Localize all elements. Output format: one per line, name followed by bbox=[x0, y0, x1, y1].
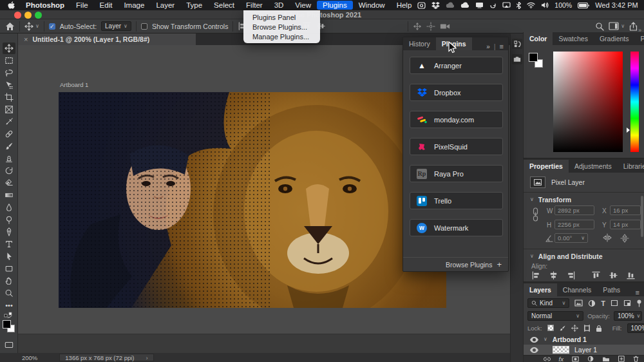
align-top-edges-button[interactable] bbox=[591, 271, 601, 280]
eraser-tool[interactable] bbox=[3, 177, 15, 189]
menu-layer[interactable]: Layer bbox=[150, 1, 180, 10]
angle-input[interactable]: 0.00°∨ bbox=[554, 233, 588, 243]
expand-chevron-icon[interactable]: ∨ bbox=[544, 337, 547, 342]
menu-edit[interactable]: Edit bbox=[94, 1, 118, 10]
tab-channels[interactable]: Channels bbox=[557, 283, 597, 296]
new-adjustment-layer-button[interactable] bbox=[587, 356, 594, 362]
blur-tool[interactable] bbox=[3, 202, 15, 213]
align-vertical-centers-button[interactable] bbox=[609, 271, 618, 280]
tab-libraries[interactable]: Libraries bbox=[618, 160, 644, 173]
document-tab[interactable]: × Untitled-1 @ 200% (Layer 1, RGB/8#) bbox=[18, 33, 196, 45]
new-group-button[interactable] bbox=[602, 356, 610, 362]
gradient-tool[interactable] bbox=[3, 189, 15, 201]
menu-view[interactable]: View bbox=[289, 1, 317, 10]
artboard-name[interactable]: Artboard 1 bbox=[553, 336, 587, 343]
menu-3d[interactable]: 3D bbox=[269, 1, 290, 10]
edit-toolbar-ellipsis[interactable]: ••• bbox=[3, 300, 15, 311]
eyedropper-tool[interactable] bbox=[3, 116, 15, 128]
lock-transparency-icon[interactable] bbox=[547, 325, 554, 332]
filter-pixel-layers-icon[interactable] bbox=[574, 300, 583, 307]
document-info[interactable]: 1366 px x 768 px (72 ppi) › bbox=[59, 354, 153, 361]
move-tool[interactable] bbox=[3, 43, 15, 54]
menu-file[interactable]: File bbox=[70, 1, 94, 10]
brush-tool[interactable] bbox=[3, 140, 15, 152]
zoom-window-button[interactable] bbox=[35, 12, 42, 19]
plugin-item-rayapro[interactable]: Rp Raya Pro bbox=[410, 165, 503, 182]
apple-menu-icon[interactable] bbox=[0, 1, 20, 10]
x-input[interactable]: 16 px bbox=[610, 205, 641, 215]
lock-position-icon[interactable] bbox=[571, 325, 578, 332]
clone-stamp-tool[interactable] bbox=[3, 153, 15, 164]
menu-image[interactable]: Image bbox=[118, 1, 150, 10]
close-window-button[interactable] bbox=[14, 12, 21, 19]
3d-pan-icon[interactable] bbox=[426, 22, 435, 31]
menu-plugins[interactable]: Plugins bbox=[317, 1, 353, 10]
panel-scrollbar[interactable] bbox=[641, 196, 643, 237]
menu-window[interactable]: Window bbox=[353, 1, 391, 10]
dropbox-status-icon[interactable] bbox=[431, 2, 440, 9]
status-app-icon[interactable] bbox=[417, 2, 426, 9]
blend-mode-dropdown[interactable]: Normal∨ bbox=[527, 311, 583, 321]
sync-icon[interactable] bbox=[489, 2, 497, 9]
auto-select-dropdown[interactable]: Layer ∨ bbox=[101, 21, 131, 31]
link-layers-button[interactable] bbox=[544, 357, 551, 361]
wifi-icon[interactable] bbox=[527, 2, 535, 8]
panel-collapse-chevrons[interactable]: » bbox=[486, 43, 490, 50]
spot-healing-brush-tool[interactable] bbox=[3, 128, 15, 140]
lock-all-icon[interactable] bbox=[596, 325, 602, 332]
panel-menu-icon[interactable]: ≡ bbox=[631, 289, 644, 296]
filter-smart-objects-icon[interactable] bbox=[623, 300, 631, 307]
foreground-background-colors[interactable] bbox=[3, 320, 17, 334]
rectangle-tool[interactable] bbox=[3, 263, 15, 274]
align-section-title[interactable]: Align and Distribute bbox=[538, 252, 603, 260]
screen-mirroring-icon[interactable] bbox=[502, 2, 511, 8]
filter-type-layers-icon[interactable]: T bbox=[601, 300, 605, 307]
layer-row-layer1[interactable]: Layer 1 bbox=[524, 345, 644, 355]
display-icon[interactable] bbox=[475, 2, 484, 8]
tab-patterns[interactable]: Patterns bbox=[634, 32, 644, 45]
frame-tool[interactable] bbox=[3, 104, 15, 115]
hand-tool[interactable] bbox=[3, 275, 15, 287]
align-horizontal-centers-button[interactable] bbox=[549, 271, 558, 280]
type-tool[interactable] bbox=[3, 238, 15, 250]
visibility-eye-icon[interactable] bbox=[530, 337, 538, 343]
align-left-edges-button[interactable] bbox=[531, 271, 541, 280]
artboard-label[interactable]: Artboard 1 bbox=[60, 81, 88, 88]
y-input[interactable]: 14 px bbox=[610, 220, 641, 229]
quick-mask-button[interactable] bbox=[3, 339, 15, 350]
tab-gradients[interactable]: Gradients bbox=[594, 32, 635, 45]
tab-history[interactable]: History bbox=[403, 37, 436, 50]
menu-filter[interactable]: Filter bbox=[240, 1, 269, 10]
dodge-tool[interactable] bbox=[3, 214, 15, 225]
plugin-item-monday[interactable]: monday.com bbox=[410, 111, 503, 128]
width-input[interactable]: 2892 px bbox=[554, 205, 594, 215]
close-tab-icon[interactable]: × bbox=[24, 35, 28, 43]
menu-bar-clock[interactable]: Wed 3:42 PM bbox=[595, 1, 638, 9]
object-selection-tool[interactable] bbox=[3, 79, 15, 91]
add-layer-mask-button[interactable] bbox=[572, 356, 579, 362]
history-brush-tool[interactable] bbox=[3, 165, 15, 176]
align-bottom-edges-button[interactable] bbox=[626, 271, 636, 280]
menu-item-manage-plugins[interactable]: Manage Plugins... bbox=[243, 32, 320, 41]
volume-icon[interactable] bbox=[541, 2, 549, 8]
fill-dropdown[interactable]: 100%∨ bbox=[627, 323, 644, 333]
layer-thumbnail[interactable] bbox=[553, 346, 569, 354]
layer-style-fx-button[interactable]: fx bbox=[559, 356, 564, 362]
swap-colors-icon[interactable] bbox=[4, 312, 13, 318]
home-button[interactable] bbox=[5, 22, 15, 31]
saturation-brightness-field[interactable] bbox=[553, 52, 623, 152]
delete-layer-button[interactable] bbox=[633, 356, 639, 362]
window-title-bar[interactable]: Adobe Photoshop 2021 bbox=[0, 10, 644, 19]
flip-vertical-button[interactable] bbox=[620, 233, 629, 243]
show-transform-checkbox[interactable] bbox=[141, 23, 147, 30]
height-input[interactable]: 2256 px bbox=[554, 220, 594, 229]
menu-item-browse-plugins[interactable]: Browse Plugins... bbox=[243, 22, 320, 32]
bluetooth-icon[interactable] bbox=[516, 2, 521, 9]
visibility-eye-icon[interactable] bbox=[530, 347, 538, 353]
marquee-tool[interactable] bbox=[3, 55, 15, 66]
menu-help[interactable]: Help bbox=[391, 1, 418, 10]
filter-shape-layers-icon[interactable] bbox=[611, 300, 618, 307]
link-dimensions-icon[interactable] bbox=[533, 207, 538, 222]
plugin-item-trello[interactable]: Trello bbox=[410, 192, 503, 209]
panel-color-swatches[interactable] bbox=[529, 53, 545, 70]
